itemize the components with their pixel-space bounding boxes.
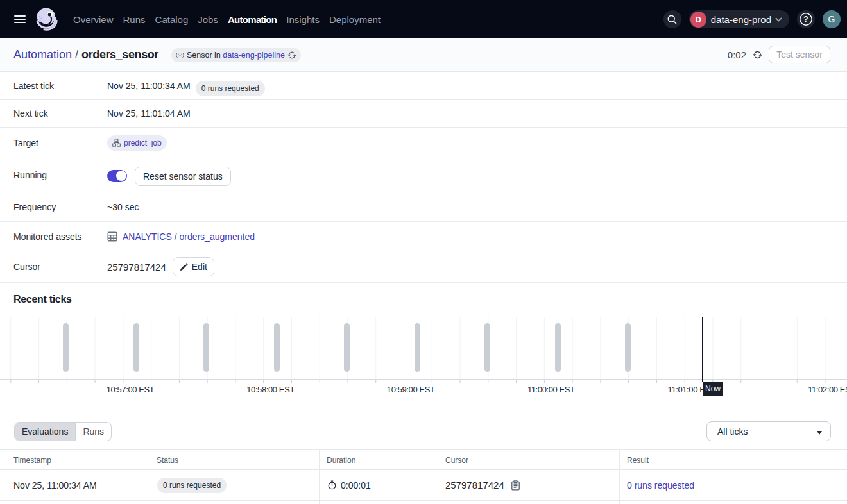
- svg-text:?: ?: [803, 15, 808, 24]
